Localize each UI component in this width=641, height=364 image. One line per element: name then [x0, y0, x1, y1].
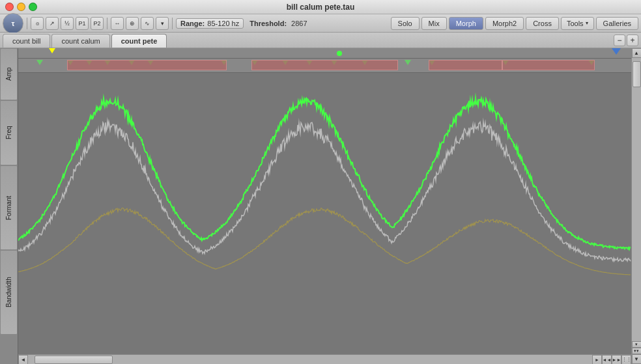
toolbar-dropdown[interactable]: ▾: [156, 17, 169, 30]
bandwidth-label[interactable]: Bandwidth: [0, 250, 18, 335]
solo-button[interactable]: Solo: [391, 17, 420, 30]
waveform-canvas[interactable]: [18, 73, 631, 354]
timeline-row: [18, 48, 631, 59]
toolbar-separator-1: [27, 18, 27, 29]
tools-chevron-icon: ▾: [586, 20, 588, 26]
horizontal-scrollbar: ◄ ► ◄◄ ►► ⋮⋮: [18, 354, 631, 364]
toolbar-btn-6[interactable]: ↔: [111, 17, 124, 30]
scroll-down-btn-2[interactable]: ▾▾: [632, 348, 642, 354]
tab-expand-button[interactable]: +: [627, 35, 638, 46]
tools-button[interactable]: Tools ▾: [561, 17, 594, 30]
canvas-wrapper: ◄ ► ◄◄ ►► ⋮⋮: [18, 48, 631, 364]
segment-block-2: [251, 60, 399, 70]
segment-block-4: [502, 60, 594, 70]
scroll-fast-right-button[interactable]: ►►: [612, 355, 621, 365]
blue-marker-icon: [612, 48, 621, 55]
scroll-right-button[interactable]: ►: [592, 355, 602, 365]
segment-marker-1: [36, 60, 43, 65]
window-controls: [5, 3, 37, 11]
tab-controls: − +: [614, 35, 638, 46]
tab-count-calum-label: count calum: [61, 37, 100, 45]
horizontal-scroll-track[interactable]: [28, 355, 592, 365]
threshold-label: Threshold:: [249, 20, 287, 27]
tab-count-calum[interactable]: count calum: [51, 34, 109, 48]
mix-button[interactable]: Mix: [421, 17, 447, 30]
tab-bar: count bill count calum count pete − +: [0, 33, 641, 48]
morph-button[interactable]: Morph: [449, 17, 483, 30]
segment-marker-13: [405, 60, 411, 65]
scroll-up-button[interactable]: ▲: [632, 48, 642, 58]
toolbar-btn-2[interactable]: ↗: [46, 17, 59, 30]
freq-label[interactable]: Freq: [0, 100, 18, 165]
vertical-scroll-track[interactable]: [632, 58, 642, 341]
toolbar-btn-8[interactable]: ∿: [141, 17, 154, 30]
segment-block-3: [429, 60, 502, 70]
toolbar-btn-1[interactable]: ⌾: [31, 17, 44, 30]
scroll-options-button[interactable]: ⋮⋮: [621, 355, 631, 365]
tab-count-pete[interactable]: count pete: [111, 34, 167, 48]
scroll-left-button[interactable]: ◄: [18, 355, 28, 365]
toolbar-separator-3: [172, 18, 173, 29]
range-label: Range:: [180, 20, 205, 27]
vertical-scroll-thumb[interactable]: [633, 61, 641, 87]
window-title: bill calum pete.tau: [287, 3, 355, 12]
horizontal-scroll-controls: ► ◄◄ ►► ⋮⋮: [592, 355, 631, 365]
tab-count-bill[interactable]: count bill: [3, 34, 50, 48]
toolbar-btn-3[interactable]: ½: [61, 17, 74, 30]
vertical-scrollbar: ▲ ▾ ▾▾ ▼: [631, 48, 641, 364]
cross-button[interactable]: Cross: [526, 17, 559, 30]
scroll-down-btn-1[interactable]: ▾: [632, 341, 642, 348]
close-button[interactable]: [5, 3, 14, 11]
toolbar-btn-4[interactable]: P1: [76, 17, 89, 30]
formant-label[interactable]: Formant: [0, 165, 18, 250]
tab-collapse-button[interactable]: −: [614, 35, 625, 46]
tools-label: Tools: [567, 20, 584, 27]
app-logo[interactable]: τ: [3, 13, 23, 34]
scroll-fast-left-button[interactable]: ◄◄: [602, 355, 612, 365]
toolbar-btn-7[interactable]: ⊕: [126, 17, 139, 30]
main-area: Amp Freq Formant Bandwidth: [0, 48, 641, 364]
galleries-button[interactable]: Galleries: [596, 17, 638, 30]
segment-row: [18, 59, 631, 73]
tab-count-pete-label: count pete: [121, 37, 158, 45]
segment-block-1: [67, 60, 227, 70]
toolbar-separator-2: [107, 18, 107, 29]
tab-count-bill-label: count bill: [12, 37, 40, 45]
toolbar-btn-5[interactable]: P2: [91, 17, 104, 30]
timeline-marker: [49, 48, 55, 53]
playhead-dot: [337, 51, 342, 56]
waveform-area[interactable]: [18, 73, 631, 354]
range-value: 85-120 hz: [207, 20, 239, 27]
range-group: Range: 85-120 hz: [176, 18, 244, 29]
scroll-down-button[interactable]: ▼: [632, 354, 642, 364]
vertical-scroll-bottom-controls: ▾ ▾▾ ▼: [632, 341, 642, 364]
toolbar: τ ⌾ ↗ ½ P1 P2 ↔ ⊕ ∿ ▾ Range: 85-120 hz T…: [0, 14, 641, 33]
minimize-button[interactable]: [17, 3, 25, 11]
threshold-value: 2867: [291, 20, 307, 27]
horizontal-scroll-thumb[interactable]: [35, 356, 113, 364]
side-labels: Amp Freq Formant Bandwidth: [0, 48, 18, 364]
morph2-button[interactable]: Morph2: [485, 17, 524, 30]
maximize-button[interactable]: [29, 3, 37, 11]
title-bar: bill calum pete.tau: [0, 0, 641, 14]
amp-label[interactable]: Amp: [0, 48, 18, 100]
